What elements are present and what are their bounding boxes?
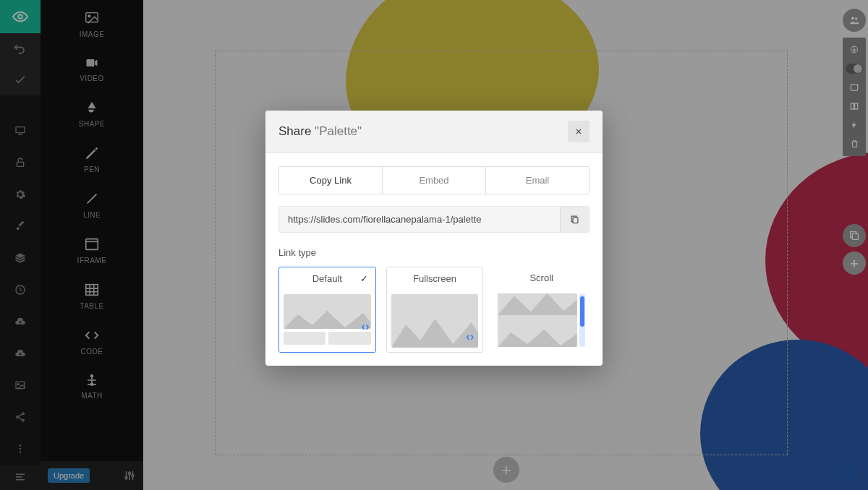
link-type-label-text: Scroll xyxy=(529,272,553,283)
svg-marker-27 xyxy=(284,311,370,329)
link-type-head: Scroll xyxy=(493,267,590,289)
svg-marker-29 xyxy=(498,293,577,315)
modal-header: Share "Palette" xyxy=(265,111,603,153)
link-type-preview: ‹ › xyxy=(387,290,483,352)
tab-embed[interactable]: Embed xyxy=(383,167,486,194)
url-row xyxy=(278,206,590,233)
link-type-label-text: Fullscreen xyxy=(413,273,456,284)
tab-copy-link[interactable]: Copy Link xyxy=(279,167,383,194)
link-type-fullscreen[interactable]: Fullscreen ‹ › xyxy=(386,267,484,353)
link-type-default[interactable]: Default ✓ ‹ › xyxy=(278,267,376,353)
share-url-input[interactable] xyxy=(279,207,560,232)
share-tabs: Copy Link Embed Email xyxy=(278,166,590,194)
close-icon xyxy=(574,127,583,136)
modal-title-prefix: Share xyxy=(278,124,311,138)
svg-rect-26 xyxy=(573,218,578,223)
link-type-head: Default ✓ xyxy=(279,267,375,290)
copy-url-button[interactable] xyxy=(560,207,589,232)
link-type-preview: ‹ › xyxy=(279,290,375,352)
link-type-head: Fullscreen xyxy=(387,267,483,290)
link-type-options: Default ✓ ‹ › Fullscreen xyxy=(278,267,590,353)
tab-email[interactable]: Email xyxy=(486,167,589,194)
svg-marker-28 xyxy=(391,319,479,348)
modal-body: Copy Link Embed Email Link type Default … xyxy=(265,153,603,366)
modal-title: Share "Palette" xyxy=(278,124,362,139)
close-button[interactable] xyxy=(568,121,590,142)
check-icon: ✓ xyxy=(360,273,368,284)
link-type-label: Link type xyxy=(278,247,590,258)
svg-marker-30 xyxy=(498,330,577,347)
link-type-preview xyxy=(493,289,590,351)
share-modal: Share "Palette" Copy Link Embed Email Li… xyxy=(265,111,603,366)
link-type-scroll[interactable]: Scroll xyxy=(493,267,590,353)
copy-icon xyxy=(569,214,580,225)
modal-title-quoted: "Palette" xyxy=(315,124,362,138)
link-type-label-text: Default xyxy=(312,273,342,284)
